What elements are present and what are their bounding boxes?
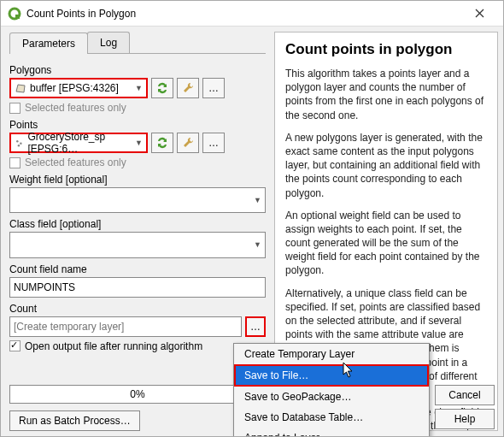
polygons-selected-only-label: Selected features only [25, 102, 126, 114]
polygons-advanced-button[interactable] [177, 78, 199, 98]
points-selected-only-label: Selected features only [25, 156, 126, 168]
iterate-icon [155, 81, 169, 95]
qgis-logo-icon [8, 7, 21, 21]
svg-point-5 [16, 140, 18, 142]
output-context-menu: Create Temporary Layer Save to File… Sav… [233, 343, 430, 437]
open-output-label: Open output file after running algorithm [25, 340, 202, 352]
points-value: GroceryStore_sp [EPSG:6… [28, 131, 136, 155]
desc-title: Count points in polygon [285, 41, 487, 58]
weight-combo[interactable]: ▼ [9, 187, 266, 213]
polygon-layer-icon [15, 83, 26, 93]
run-batch-button[interactable]: Run as Batch Process… [9, 410, 140, 431]
menu-create-temp[interactable]: Create Temporary Layer [234, 344, 429, 364]
progress-text: 0% [130, 388, 144, 400]
count-output-browse-button[interactable]: … [245, 316, 266, 337]
wrench-icon [181, 81, 195, 95]
class-combo[interactable]: ▼ [9, 232, 266, 257]
iterate-icon [155, 136, 169, 150]
svg-rect-1 [15, 15, 20, 19]
chevron-down-icon: ▼ [254, 196, 261, 204]
titlebar: Count Points in Polygon [1, 1, 503, 27]
polygons-label: Polygons [9, 64, 266, 76]
countname-input[interactable] [9, 277, 266, 298]
menu-save-db[interactable]: Save to Database Table… [234, 407, 429, 428]
close-icon [475, 9, 484, 18]
count-label: Count [9, 303, 266, 315]
svg-marker-4 [16, 85, 25, 92]
tab-parameters[interactable]: Parameters [9, 32, 88, 54]
weight-label: Weight field [optional] [9, 174, 266, 186]
countname-label: Count field name [9, 263, 266, 275]
chevron-down-icon: ▼ [135, 84, 143, 92]
dialog-window: Count Points in Polygon Parameters Log P… [0, 0, 504, 437]
points-select-button[interactable]: … [202, 133, 225, 153]
ellipsis-icon: … [250, 321, 261, 333]
polygons-select-button[interactable]: … [202, 78, 225, 98]
wrench-icon [181, 136, 195, 150]
ellipsis-icon: … [208, 82, 219, 94]
cancel-button[interactable]: Cancel [435, 385, 495, 405]
desc-p1: This algorithm takes a points layer and … [285, 67, 487, 122]
points-advanced-button[interactable] [177, 133, 199, 153]
tab-log[interactable]: Log [87, 32, 130, 53]
chevron-down-icon: ▼ [254, 240, 261, 249]
polygons-value: buffer [EPSG:4326] [30, 82, 119, 94]
points-selected-only-checkbox[interactable] [9, 157, 21, 168]
window-title: Count Points in Polygon [26, 8, 462, 20]
point-layer-icon [15, 138, 25, 148]
desc-p2: A new polygons layer is generated, with … [285, 131, 487, 200]
points-iterate-button[interactable] [151, 133, 173, 153]
class-label: Class field [optional] [9, 218, 266, 230]
ellipsis-icon: … [208, 137, 219, 149]
desc-p3: An optional weight field can be used to … [285, 209, 487, 278]
svg-point-6 [20, 143, 21, 145]
menu-save-file[interactable]: Save to File… [234, 364, 429, 387]
progress-bar: 0% [9, 385, 266, 404]
polygons-iterate-button[interactable] [151, 78, 173, 98]
svg-point-7 [18, 145, 20, 146]
help-button[interactable]: Help [435, 409, 495, 429]
polygons-combo[interactable]: buffer [EPSG:4326] ▼ [9, 78, 148, 98]
menu-append-layer[interactable]: Append to Layer… [234, 428, 429, 437]
chevron-down-icon: ▼ [135, 139, 143, 147]
polygons-selected-only-checkbox[interactable] [9, 103, 21, 114]
open-output-checkbox[interactable] [9, 340, 21, 351]
count-output-input[interactable] [9, 316, 242, 337]
tab-bar: Parameters Log [9, 32, 266, 54]
close-button[interactable] [462, 2, 496, 26]
points-label: Points [9, 119, 266, 131]
points-combo[interactable]: GroceryStore_sp [EPSG:6… ▼ [9, 133, 148, 153]
menu-save-geopackage[interactable]: Save to GeoPackage… [234, 387, 429, 407]
